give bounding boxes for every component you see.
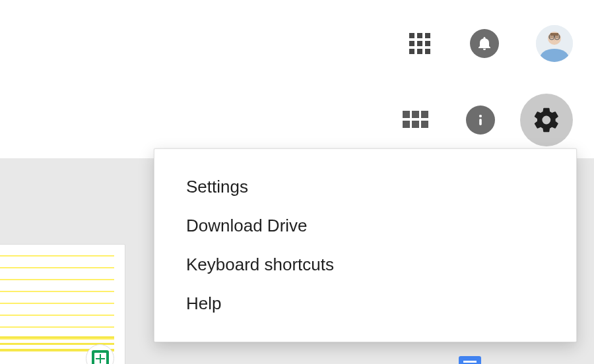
svg-rect-18 (403, 121, 410, 128)
menu-item-keyboard-shortcuts[interactable]: Keyboard shortcuts (154, 245, 576, 284)
svg-rect-4 (417, 41, 422, 46)
svg-rect-5 (425, 41, 430, 46)
apps-grid-icon[interactable] (407, 30, 433, 57)
svg-rect-0 (409, 33, 414, 38)
docs-icon (459, 356, 481, 364)
account-avatar[interactable] (536, 25, 573, 62)
info-icon[interactable] (466, 106, 495, 135)
svg-rect-3 (409, 41, 414, 46)
settings-button[interactable] (520, 94, 573, 146)
svg-rect-17 (421, 111, 428, 118)
svg-point-21 (479, 115, 482, 117)
grid-view-icon[interactable] (403, 107, 429, 133)
menu-item-settings[interactable]: Settings (154, 167, 576, 206)
svg-rect-15 (403, 111, 410, 118)
settings-menu: Settings Download Drive Keyboard shortcu… (154, 148, 577, 342)
drive-toolbar (403, 106, 573, 135)
svg-rect-19 (412, 121, 419, 128)
svg-rect-7 (417, 49, 422, 54)
svg-rect-20 (421, 121, 428, 128)
svg-rect-2 (425, 33, 430, 38)
notifications-icon[interactable] (470, 29, 499, 58)
svg-rect-8 (425, 49, 430, 54)
google-bar (407, 25, 573, 62)
svg-rect-16 (412, 111, 419, 118)
menu-item-download-drive[interactable]: Download Drive (154, 206, 576, 245)
svg-rect-22 (479, 119, 482, 125)
svg-rect-14 (550, 33, 558, 36)
menu-item-help[interactable]: Help (154, 284, 576, 323)
gear-icon (532, 106, 561, 135)
svg-rect-6 (409, 49, 414, 54)
file-thumbnail-preview (0, 255, 114, 354)
svg-rect-1 (417, 33, 422, 38)
